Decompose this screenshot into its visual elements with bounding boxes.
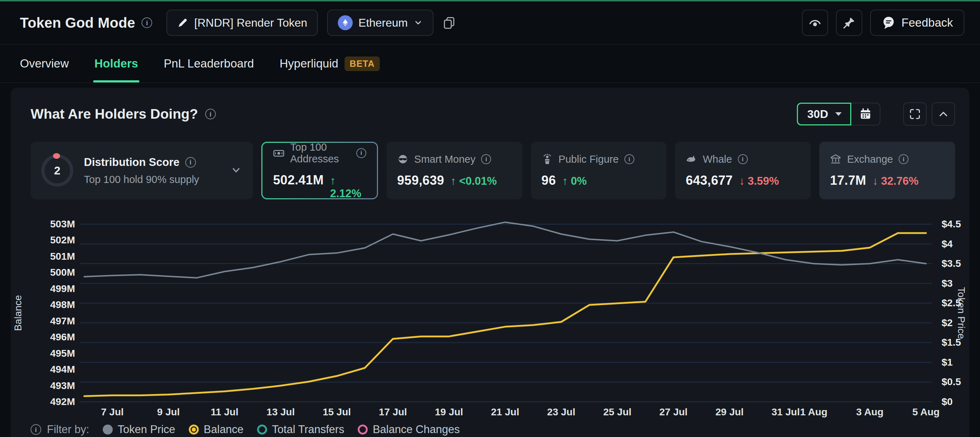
card-title: Public Figure xyxy=(558,154,619,165)
card-top-100-addresses[interactable]: Top 100 Addresses i 502.41M ↑ 2.12% xyxy=(262,143,377,198)
info-icon[interactable]: i xyxy=(738,154,748,164)
card-value: 643,677 xyxy=(686,173,732,188)
card-value: 96 xyxy=(542,173,556,188)
right-axis-title: Token Price xyxy=(956,287,967,339)
info-icon[interactable]: i xyxy=(899,154,908,164)
left-axis-tick-label: 494M xyxy=(50,364,75,375)
left-axis-tick-label: 502M xyxy=(50,234,75,245)
app-header: Token God Mode i [RNDR] Render Token Eth… xyxy=(0,2,980,45)
feedback-button[interactable]: Feedback xyxy=(870,10,964,36)
whale-icon xyxy=(686,154,697,165)
right-axis-tick-label: $4 xyxy=(942,238,953,249)
x-axis-tick-label: 15 Jul xyxy=(323,407,351,418)
card-whale[interactable]: Whale i 643,677 ↓ 3.59% xyxy=(675,142,811,200)
right-axis-tick-label: $2 xyxy=(942,317,953,328)
fullscreen-button[interactable] xyxy=(903,102,927,126)
card-value: 959,639 xyxy=(397,173,444,188)
copy-icon xyxy=(443,16,455,29)
chevron-up-icon xyxy=(937,108,950,120)
holder-stat-cards: 2 Distribution Score i Top 100 hold 90% … xyxy=(11,127,969,200)
x-axis-tick-label: 7 Jul xyxy=(101,407,124,418)
network-selector-button[interactable]: Ethereum xyxy=(327,10,433,36)
card-smart-money[interactable]: Smart Money i 959,639 ↑ <0.01% xyxy=(387,142,522,200)
card-public-figure[interactable]: Public Figure i 96 ↑ 0% xyxy=(531,142,667,200)
pencil-icon xyxy=(177,17,188,28)
bank-icon xyxy=(830,154,841,165)
x-axis-tick-label: 3 Aug xyxy=(856,407,884,418)
distribution-score-gauge: 2 xyxy=(41,155,73,187)
panel-title: What Are Holders Doing? xyxy=(30,106,198,122)
right-axis-tick-label: $0 xyxy=(942,396,953,407)
total-transfers-swatch xyxy=(257,424,267,434)
info-icon[interactable]: i xyxy=(142,17,152,28)
network-selector-label: Ethereum xyxy=(358,16,408,30)
x-axis-tick-label: 17 Jul xyxy=(379,407,407,418)
left-axis-tick-label: 493M xyxy=(50,380,75,391)
card-top-100-addresses-selected-border: Top 100 Addresses i 502.41M ↑ 2.12% xyxy=(261,142,378,200)
distribution-score-subtitle: Top 100 hold 90% supply xyxy=(84,174,220,185)
series-line-balance xyxy=(84,233,926,396)
collapse-panel-button[interactable] xyxy=(932,102,955,126)
left-axis-tick-label: 498M xyxy=(50,299,75,310)
info-icon[interactable]: i xyxy=(205,109,216,119)
card-title: Whale xyxy=(703,154,732,165)
balance-swatch xyxy=(189,424,199,434)
info-icon[interactable]: i xyxy=(624,154,634,164)
banknote-icon xyxy=(273,147,285,159)
public-figure-icon xyxy=(542,154,553,165)
card-value: 17.7M xyxy=(830,173,866,188)
watchlist-button[interactable] xyxy=(802,10,828,36)
x-axis-tick-label: 27 Jul xyxy=(659,407,687,418)
x-axis-tick-label: 29 Jul xyxy=(716,407,743,418)
ethereum-icon xyxy=(338,15,353,30)
info-icon[interactable]: i xyxy=(185,157,196,168)
right-axis-tick-label: $1 xyxy=(942,357,953,368)
calendar-icon xyxy=(859,108,872,120)
x-axis-tick-label: 9 Jul xyxy=(157,407,180,418)
tab-holders[interactable]: Holders xyxy=(95,45,138,82)
calendar-button[interactable] xyxy=(851,103,880,125)
chevron-down-icon[interactable] xyxy=(230,164,242,177)
legend-token-price[interactable]: Token Price xyxy=(103,423,175,436)
eye-icon xyxy=(808,16,822,30)
card-exchange[interactable]: Exchange i 17.7M ↓ 32.76% xyxy=(819,142,955,200)
smart-money-icon xyxy=(397,154,409,165)
legend-total-transfers[interactable]: Total Transfers xyxy=(257,423,344,436)
info-icon[interactable]: i xyxy=(481,154,491,164)
holders-chart[interactable]: 503M502M501M500M499M498M497M496M495M494M… xyxy=(11,214,969,420)
x-axis-tick-label: 11 Jul xyxy=(211,407,239,418)
feedback-label: Feedback xyxy=(901,16,953,30)
left-axis-tick-label: 495M xyxy=(50,348,75,359)
card-distribution-score[interactable]: 2 Distribution Score i Top 100 hold 90% … xyxy=(30,142,253,200)
tab-hyperliquid[interactable]: Hyperliquid BETA xyxy=(280,45,379,82)
distribution-score-value: 2 xyxy=(54,164,60,177)
legend-balance-changes[interactable]: Balance Changes xyxy=(358,423,460,436)
section-tabs: Overview Holders PnL Leaderboard Hyperli… xyxy=(0,45,980,83)
right-axis-tick-label: $3.5 xyxy=(942,258,961,269)
token-selector-button[interactable]: [RNDR] Render Token xyxy=(166,10,318,36)
x-axis-tick-label: 21 Jul xyxy=(491,407,519,418)
holders-chart-area: 503M502M501M500M499M498M497M496M495M494M… xyxy=(11,214,969,420)
token-price-swatch xyxy=(103,424,113,434)
right-axis-tick-label: $3 xyxy=(942,278,953,289)
caret-down-icon xyxy=(835,112,842,117)
tab-overview[interactable]: Overview xyxy=(20,45,69,82)
pin-button[interactable] xyxy=(836,10,862,36)
time-range-value: 30D xyxy=(807,108,828,121)
tab-pnl-leaderboard[interactable]: PnL Leaderboard xyxy=(164,45,254,82)
info-icon[interactable]: i xyxy=(30,424,41,435)
right-axis-tick-label: $4.5 xyxy=(942,218,961,230)
legend-balance[interactable]: Balance xyxy=(189,423,243,436)
x-axis-tick-label: 31 Jul xyxy=(772,407,800,418)
card-change: ↑ <0.01% xyxy=(450,175,497,188)
time-range-dropdown[interactable]: 30D xyxy=(797,103,851,125)
info-icon[interactable]: i xyxy=(356,148,366,158)
card-title: Exchange xyxy=(847,154,893,165)
x-axis-tick-label: 19 Jul xyxy=(435,407,463,418)
card-value: 502.41M xyxy=(273,173,324,188)
card-change: ↑ 2.12% xyxy=(330,174,366,200)
page-title: Token God Mode xyxy=(20,15,135,31)
copy-address-button[interactable] xyxy=(443,16,455,29)
x-axis-tick-label: 13 Jul xyxy=(267,407,295,418)
x-axis-tick-label: 23 Jul xyxy=(547,407,575,418)
